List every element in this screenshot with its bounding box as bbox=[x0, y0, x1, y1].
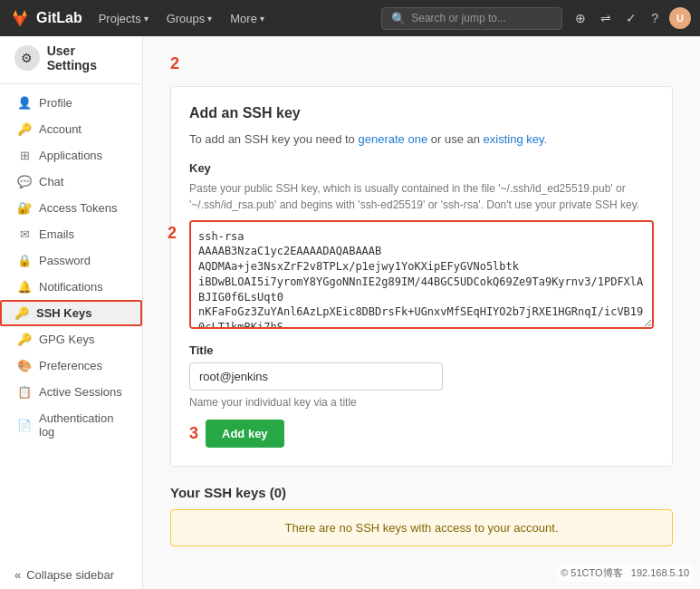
emails-icon: ✉ bbox=[17, 227, 32, 241]
sidebar-item-label: GPG Keys bbox=[39, 333, 94, 346]
search-placeholder: Search or jump to... bbox=[411, 12, 506, 24]
authentication-log-icon: 📄 bbox=[17, 419, 32, 432]
sidebar-item-label: Preferences bbox=[39, 359, 102, 372]
account-icon: 🔑 bbox=[17, 122, 32, 136]
preferences-icon: 🎨 bbox=[17, 359, 32, 372]
sidebar-item-ssh-keys[interactable]: 🔑 SSH Keys bbox=[0, 300, 142, 326]
title-input[interactable] bbox=[189, 362, 443, 391]
key-label: Key bbox=[189, 161, 654, 175]
instruction-text: To add an SSH key you need to generate o… bbox=[189, 130, 654, 149]
title-hint: Name your individual key via a title bbox=[189, 396, 654, 409]
profile-icon: 👤 bbox=[17, 96, 32, 110]
sidebar-item-preferences[interactable]: 🎨 Preferences bbox=[0, 352, 142, 379]
gpg-keys-icon: 🔑 bbox=[17, 333, 32, 346]
sidebar-header: ⚙ User Settings bbox=[0, 36, 142, 84]
plus-icon[interactable]: ⊕ bbox=[571, 9, 590, 27]
sidebar-item-emails[interactable]: ✉ Emails bbox=[0, 221, 142, 247]
existing-key-link[interactable]: existing key. bbox=[484, 132, 548, 146]
more-label: More bbox=[230, 12, 257, 25]
active-sessions-icon: 📋 bbox=[17, 385, 32, 399]
sidebar-item-notifications[interactable]: 🔔 Notifications bbox=[0, 274, 142, 300]
collapse-sidebar-button[interactable]: « Collapse sidebar bbox=[0, 561, 142, 589]
access-tokens-icon: 🔐 bbox=[17, 201, 32, 215]
annotation-2-label: 2 bbox=[168, 224, 177, 243]
collapse-icon: « bbox=[14, 568, 21, 582]
sidebar-item-label: Emails bbox=[39, 227, 74, 241]
main-layout: ⚙ User Settings 👤 Profile 🔑 Account ⊞ Ap… bbox=[0, 36, 700, 589]
add-ssh-key-section: Add an SSH key To add an SSH key you nee… bbox=[170, 86, 673, 467]
sidebar-item-label: Access Tokens bbox=[39, 201, 117, 215]
projects-nav-link[interactable]: Projects ▾ bbox=[91, 8, 156, 29]
ssh-keys-icon: 🔑 bbox=[14, 306, 29, 320]
search-icon: 🔍 bbox=[391, 12, 406, 25]
sidebar-item-label: Chat bbox=[39, 175, 63, 188]
nav-links: Projects ▾ Groups ▾ More ▾ bbox=[91, 8, 272, 29]
user-avatar[interactable]: U bbox=[669, 7, 691, 29]
todo-icon[interactable]: ✓ bbox=[622, 9, 640, 27]
sidebar-item-label: Notifications bbox=[39, 280, 103, 294]
applications-icon: ⊞ bbox=[17, 149, 32, 162]
title-label: Title bbox=[189, 343, 654, 357]
sidebar-item-label: Account bbox=[39, 122, 82, 136]
sidebar-item-profile[interactable]: 👤 Profile bbox=[0, 90, 142, 116]
notifications-icon: 🔔 bbox=[17, 280, 32, 294]
annotation-2-badge: 2 bbox=[170, 54, 179, 73]
projects-chevron-icon: ▾ bbox=[144, 14, 149, 24]
sidebar-item-applications[interactable]: ⊞ Applications bbox=[0, 142, 142, 169]
generate-one-link[interactable]: generate one bbox=[358, 132, 427, 146]
merge-request-icon[interactable]: ⇌ bbox=[597, 9, 615, 27]
content-area: 2 Add an SSH key To add an SSH key you n… bbox=[143, 36, 700, 589]
brand-name: GitLab bbox=[36, 10, 82, 26]
ssh-key-textarea[interactable]: ssh-rsa AAAAB3NzaC1yc2EAAAADAQABAAAB AQD… bbox=[189, 220, 654, 329]
your-ssh-keys-heading: Your SSH keys (0) bbox=[170, 485, 673, 500]
annotation-3-label: 3 bbox=[189, 424, 198, 443]
more-nav-link[interactable]: More ▾ bbox=[223, 8, 272, 29]
more-chevron-icon: ▾ bbox=[260, 14, 264, 24]
sidebar-item-label: Applications bbox=[39, 149, 102, 162]
brand-logo[interactable]: GitLab bbox=[9, 7, 82, 29]
sidebar-item-active-sessions[interactable]: 📋 Active Sessions bbox=[0, 379, 142, 405]
no-keys-message: There are no SSH keys with access to you… bbox=[284, 521, 558, 535]
projects-label: Projects bbox=[99, 12, 141, 25]
top-navigation: GitLab Projects ▾ Groups ▾ More ▾ 🔍 Sear… bbox=[0, 0, 700, 36]
help-icon[interactable]: ? bbox=[647, 9, 662, 27]
sidebar-title: User Settings bbox=[47, 43, 128, 72]
no-ssh-keys-notice: There are no SSH keys with access to you… bbox=[170, 509, 673, 546]
groups-chevron-icon: ▾ bbox=[207, 14, 212, 24]
groups-nav-link[interactable]: Groups ▾ bbox=[159, 8, 220, 29]
gitlab-logo-icon bbox=[9, 7, 31, 29]
key-hint: Paste your public SSH key, which is usua… bbox=[189, 180, 654, 213]
search-bar[interactable]: 🔍 Search or jump to... bbox=[381, 7, 562, 30]
collapse-label: Collapse sidebar bbox=[26, 568, 114, 582]
sidebar-item-label: SSH Keys bbox=[36, 306, 91, 320]
add-key-button[interactable]: Add key bbox=[206, 420, 284, 448]
sidebar-item-chat[interactable]: 💬 Chat bbox=[0, 169, 142, 195]
sidebar-item-label: Profile bbox=[39, 96, 72, 110]
nav-icon-group: ⊕ ⇌ ✓ ? U bbox=[571, 7, 691, 29]
watermark: © 51CTO博客 192.168.5.10 bbox=[557, 565, 693, 582]
add-ssh-key-heading: Add an SSH key bbox=[189, 105, 654, 121]
chat-icon: 💬 bbox=[17, 175, 32, 188]
sidebar: ⚙ User Settings 👤 Profile 🔑 Account ⊞ Ap… bbox=[0, 36, 143, 589]
user-settings-icon: ⚙ bbox=[14, 45, 40, 71]
sidebar-item-access-tokens[interactable]: 🔐 Access Tokens bbox=[0, 195, 142, 221]
password-icon: 🔒 bbox=[17, 254, 32, 267]
sidebar-item-label: Authentication log bbox=[39, 411, 128, 439]
your-ssh-keys-section: Your SSH keys (0) There are no SSH keys … bbox=[170, 485, 673, 546]
groups-label: Groups bbox=[167, 12, 206, 25]
sidebar-item-label: Active Sessions bbox=[39, 385, 122, 399]
sidebar-item-authentication-log[interactable]: 📄 Authentication log bbox=[0, 405, 142, 445]
sidebar-item-account[interactable]: 🔑 Account bbox=[0, 116, 142, 142]
sidebar-item-password[interactable]: 🔒 Password bbox=[0, 247, 142, 274]
sidebar-item-label: Password bbox=[39, 254, 91, 267]
sidebar-item-gpg-keys[interactable]: 🔑 GPG Keys bbox=[0, 326, 142, 352]
